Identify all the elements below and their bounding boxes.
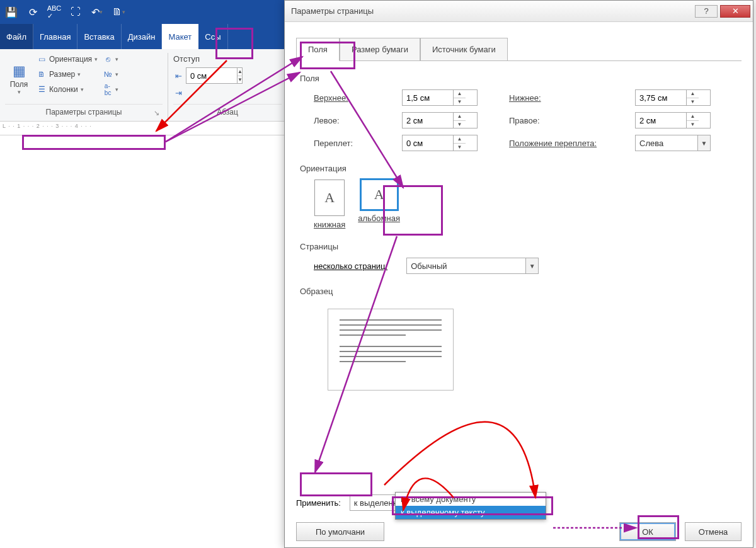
orientation-portrait[interactable]: A книжная <box>314 180 345 229</box>
horizontal-ruler: L · · 1 · · · 2 · · · 3 · · · 4 · · · <box>0 122 287 135</box>
defaults-button[interactable]: По умолчани <box>296 522 384 541</box>
maximize-icon[interactable]: ⛶ <box>69 6 82 18</box>
indent-right-icon: ⇥ <box>173 88 183 98</box>
portrait-icon: A <box>314 180 345 216</box>
gutter-input[interactable]: ▲▼ <box>402 135 478 151</box>
tab-references[interactable]: Ссы <box>198 24 227 49</box>
bottom-margin-label: Нижнее: <box>509 93 622 103</box>
section-pages: Страницы <box>300 242 742 251</box>
help-button[interactable]: ? <box>695 5 718 18</box>
gutter-label: Переплет: <box>314 139 389 148</box>
save-icon[interactable]: 💾 <box>5 6 18 18</box>
breaks-button[interactable]: ⎋▾ <box>101 53 120 66</box>
hyphenation-button[interactable]: a-bc▾ <box>101 83 120 96</box>
apply-option-whole-doc[interactable]: ко всему документу <box>396 493 546 506</box>
multiple-pages-label: несколько страниц: <box>314 261 387 271</box>
undo-icon[interactable]: ↶ ▾ <box>91 6 103 18</box>
tab-fields[interactable]: Поля <box>296 38 340 61</box>
line-numbers-button[interactable]: №▾ <box>101 68 120 81</box>
chevron-down-icon[interactable]: ▼ <box>525 258 538 273</box>
cancel-button[interactable]: Отмена <box>685 522 742 541</box>
section-preview: Образец <box>300 287 742 296</box>
group-paragraph-label: Абзац <box>217 108 238 117</box>
apply-option-selection[interactable]: к выделенному тексту <box>396 506 546 519</box>
multiple-pages-select[interactable]: Обычный▼ <box>406 258 539 274</box>
dialog-title: Параметры страницы <box>291 6 374 16</box>
dialog-tabs: Поля Размер бумаги Источник бумаги <box>296 33 742 61</box>
right-margin-input[interactable]: ▲▼ <box>635 112 711 128</box>
tab-paper-source[interactable]: Источник бумаги <box>420 38 508 61</box>
orientation-landscape[interactable]: A альбомная <box>358 180 400 229</box>
apply-to-label: Применить: <box>296 498 341 508</box>
spin-up-icon[interactable]: ▲ <box>238 68 243 76</box>
spin-down-icon[interactable]: ▼ <box>238 76 243 84</box>
tab-home[interactable]: Главная <box>33 24 77 49</box>
landscape-icon: A <box>361 180 398 210</box>
preview-sample <box>328 309 454 391</box>
annotation-box <box>22 135 166 150</box>
tab-paper-size[interactable]: Размер бумаги <box>340 38 420 61</box>
left-margin-label: Левое: <box>314 116 389 125</box>
orientation-button[interactable]: ▭Ориентация▾ <box>35 53 99 66</box>
close-button[interactable]: ✕ <box>720 5 750 18</box>
ok-button[interactable]: ОК <box>619 522 676 541</box>
left-margin-input[interactable]: ▲▼ <box>402 112 478 128</box>
top-margin-input[interactable]: ▲▼ <box>402 89 478 106</box>
gutter-pos-label: Положение переплета: <box>509 139 622 148</box>
spellcheck-icon[interactable]: ABC✓ <box>48 6 60 18</box>
tab-file[interactable]: Файл <box>0 24 33 49</box>
bottom-margin-input[interactable]: ▲▼ <box>635 89 711 106</box>
dialog-titlebar[interactable]: Параметры страницы ? ✕ <box>285 1 753 22</box>
margins-button[interactable]: ▦ Поля ▾ <box>5 53 33 104</box>
page-setup-dialog-launcher[interactable]: ↘ <box>151 108 161 118</box>
page-setup-dialog: Параметры страницы ? ✕ Поля Размер бумаг… <box>284 0 753 548</box>
chevron-down-icon[interactable]: ▼ <box>697 135 710 151</box>
ribbon-tabs: Файл Главная Вставка Дизайн Макет Ссы <box>0 24 287 49</box>
tab-insert[interactable]: Вставка <box>77 24 121 49</box>
margins-label: Поля <box>10 80 28 89</box>
size-button[interactable]: 🗎Размер▾ <box>35 68 99 81</box>
ribbon-body: ▦ Поля ▾ ▭Ориентация▾ 🗎Размер▾ ☰Колонки▾… <box>0 49 287 122</box>
indent-label: Отступ <box>173 54 282 64</box>
columns-button[interactable]: ☰Колонки▾ <box>35 83 99 96</box>
tab-design[interactable]: Дизайн <box>122 24 163 49</box>
group-page-setup-label: Параметры страницы <box>46 108 122 117</box>
indent-left-icon: ⇤ <box>173 71 183 81</box>
tab-layout[interactable]: Макет <box>162 24 198 49</box>
gutter-pos-select[interactable]: Слева▼ <box>635 135 711 151</box>
right-margin-label: Правое: <box>509 116 622 125</box>
new-doc-icon[interactable]: 🗎 ▾ <box>112 6 125 18</box>
refresh-icon[interactable]: ⟳ <box>26 6 39 18</box>
apply-to-dropdown: ко всему документу к выделенному тексту <box>395 492 546 520</box>
indent-left-input[interactable]: ▲▼ <box>186 67 243 84</box>
section-orientation: Ориентация <box>300 164 742 173</box>
section-fields: Поля <box>300 74 742 83</box>
quick-access-toolbar: 💾 ⟳ ABC✓ ⛶ ↶ ▾ 🗎 ▾ <box>0 0 287 24</box>
word-window: 💾 ⟳ ABC✓ ⛶ ↶ ▾ 🗎 ▾ Файл Главная Вставка … <box>0 0 287 135</box>
top-margin-label: Верхнее: <box>314 93 389 103</box>
